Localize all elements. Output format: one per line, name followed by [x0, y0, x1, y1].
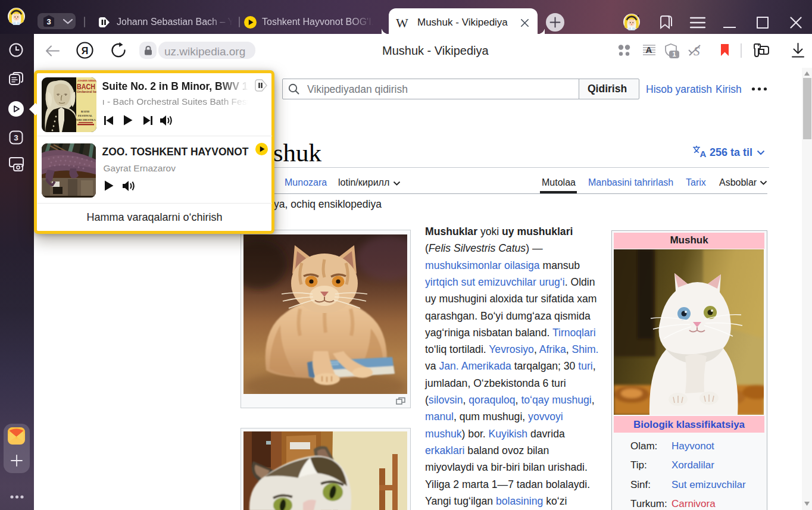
svg-text:Orchestral Suites: Orchestral Suites: [77, 90, 96, 93]
svg-text:A: A: [646, 45, 652, 55]
svg-text:A: A: [700, 149, 707, 158]
svg-text:3: 3: [46, 17, 51, 26]
svg-text:FESTIVAL: FESTIVAL: [78, 114, 93, 117]
svg-text:BATH: BATH: [81, 110, 89, 113]
svg-text:1: 1: [672, 51, 676, 58]
svg-text:Я: Я: [82, 46, 89, 56]
svg-text:ORCHESTRA: ORCHESTRA: [77, 118, 96, 121]
